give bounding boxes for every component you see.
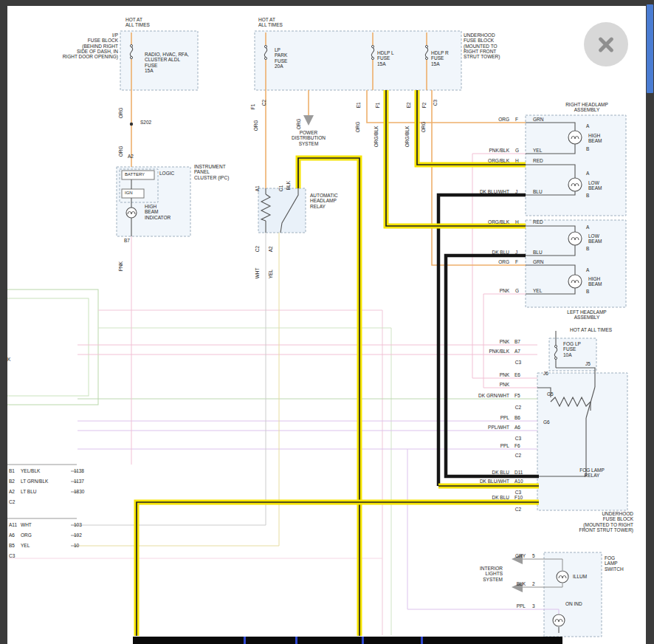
ign-box (122, 189, 144, 198)
interior-lights-arrow-2 (512, 582, 523, 592)
fog-switch-box (544, 552, 602, 637)
window-frame-left (0, 0, 7, 644)
close-button[interactable] (584, 22, 628, 66)
battery-box (122, 171, 154, 179)
scrollbar-track[interactable] (646, 0, 654, 644)
highlighted-wire-core (298, 158, 359, 636)
wire (78, 233, 279, 546)
wire (98, 328, 391, 635)
wire (483, 294, 537, 388)
highlighted-wire (298, 158, 359, 636)
toolbar-tick (362, 637, 364, 644)
wiring-diagram-viewer: HOT AT ALL TIMESI/P FUSE BLOCK (BEHIND R… (0, 0, 654, 644)
highlighted-wire (386, 90, 526, 226)
highlighted-wire-core (386, 90, 526, 226)
wire (98, 310, 382, 635)
wire (367, 90, 526, 123)
scrollbar-thumb[interactable] (647, 4, 653, 93)
highlighted-wire (137, 502, 539, 636)
underhood-fuse-box (255, 31, 461, 90)
splice-dot (130, 123, 133, 126)
wire (446, 256, 539, 476)
window-frame-top (0, 0, 654, 6)
wire (78, 233, 266, 525)
module-outline-inner (0, 298, 89, 396)
toolbar-tick (421, 637, 423, 644)
wire (432, 90, 526, 265)
wire (438, 195, 526, 486)
right-headlamp-box (526, 115, 626, 216)
wire (407, 449, 559, 614)
interior-lights-arrow-1 (512, 554, 523, 564)
bottom-toolbar (133, 637, 562, 644)
highlighted-wire-core (137, 502, 539, 636)
fog-fuse-box (549, 338, 596, 371)
diagram-svg (0, 0, 654, 644)
toolbar-tick (295, 637, 297, 644)
power-distribution-arrow (303, 115, 314, 126)
module-outline-outer (0, 290, 98, 405)
toolbar-tick (244, 637, 246, 644)
